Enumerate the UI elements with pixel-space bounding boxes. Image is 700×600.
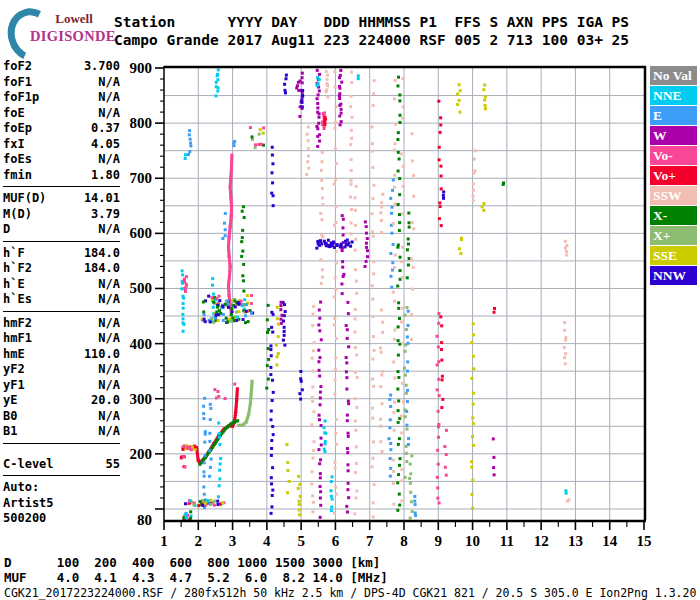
echo-dot (242, 205, 245, 208)
echo-dot (210, 318, 213, 321)
echo-dot (240, 300, 243, 303)
echo-dot (269, 366, 272, 369)
echo-dot (393, 338, 396, 341)
echo-dot (188, 150, 191, 153)
echo-dot (565, 244, 568, 247)
echo-dot (398, 317, 401, 320)
echo-dot (472, 333, 475, 336)
echo-dot (354, 308, 357, 311)
echo-dot (207, 295, 210, 298)
echo-dot (188, 129, 191, 132)
echo-dot (440, 348, 443, 351)
echo-dot (482, 202, 485, 205)
echo-dot (298, 392, 301, 395)
echo-dot (333, 70, 336, 73)
echo-dot (185, 275, 188, 278)
echo-dot (244, 321, 247, 324)
echo-dot (354, 268, 357, 271)
echo-dot (270, 311, 273, 314)
echo-dot (211, 277, 214, 280)
echo-dot (270, 192, 273, 195)
echo-dot (301, 89, 304, 92)
echo-dot (346, 414, 349, 417)
echo-dot (471, 435, 474, 438)
echo-dot (335, 262, 338, 265)
echo-dot (312, 501, 315, 504)
echo-dot (209, 503, 212, 506)
echo-dot (345, 376, 348, 379)
echo-dot (371, 298, 374, 301)
echo-dot (399, 256, 402, 259)
echo-dot (284, 310, 287, 313)
echo-dot (371, 197, 374, 200)
echo-dot (202, 470, 205, 473)
echo-dot (317, 93, 320, 96)
echo-dot (398, 93, 401, 96)
echo-dot (230, 313, 233, 316)
echo-dot (319, 301, 322, 304)
echo-dot (400, 479, 403, 482)
echo-dot (366, 237, 369, 240)
echo-dot (310, 423, 313, 426)
echo-dot (393, 328, 396, 331)
echo-dot (438, 201, 441, 204)
echo-dot (402, 185, 405, 188)
echo-dot (445, 474, 448, 477)
echo-dot (406, 276, 409, 279)
echo-dot (320, 242, 323, 245)
echo-dot (182, 317, 185, 320)
echo-dot (443, 445, 446, 448)
echo-dot (346, 447, 349, 450)
echo-dot (394, 79, 397, 82)
echo-dot (301, 76, 304, 79)
echo-dot (320, 443, 323, 446)
echo-dot (202, 310, 205, 313)
echo-dot (209, 466, 212, 469)
echo-dot (414, 514, 417, 517)
echo-dot (502, 181, 505, 184)
echo-dot (203, 493, 206, 496)
echo-dot (407, 263, 410, 266)
echo-dot (472, 194, 475, 197)
echo-dot (194, 448, 197, 451)
echo-dot (354, 330, 357, 333)
echo-dot (409, 463, 412, 466)
echo-dot (349, 105, 352, 108)
echo-dot (471, 493, 474, 496)
echo-dot (272, 391, 275, 394)
echo-dot (233, 300, 236, 303)
echo-dot (312, 305, 315, 308)
echo-dot (393, 401, 396, 404)
echo-dot (216, 73, 219, 76)
echo-dot (298, 115, 301, 118)
echo-dot (389, 252, 392, 255)
echo-dot (299, 370, 302, 373)
echo-dot (393, 142, 396, 145)
echo-dot (330, 480, 333, 483)
echo-dot (209, 499, 212, 502)
echo-dot (269, 348, 272, 351)
echo-dot (410, 500, 413, 503)
echo-dot (397, 376, 400, 379)
echo-dot (398, 437, 401, 440)
echo-dot (298, 513, 301, 516)
echo-dot (270, 512, 273, 515)
echo-dot (388, 398, 391, 401)
echo-dot (311, 357, 314, 360)
echo-dot (335, 418, 338, 421)
y-axis-label: 800 (130, 115, 153, 131)
x-axis-label: 4 (263, 533, 271, 549)
echo-dot (392, 361, 395, 364)
echo-dot (347, 496, 350, 499)
echo-dot (402, 400, 405, 403)
echo-dot (317, 349, 320, 352)
echo-dot (440, 187, 443, 190)
echo-dot (565, 254, 568, 257)
echo-dot (217, 319, 220, 322)
echo-dot (319, 403, 322, 406)
echo-dot (270, 454, 273, 457)
echo-dot (284, 77, 287, 80)
echo-dot (318, 317, 321, 320)
echo-dot (441, 375, 444, 378)
echo-dot (404, 476, 407, 479)
